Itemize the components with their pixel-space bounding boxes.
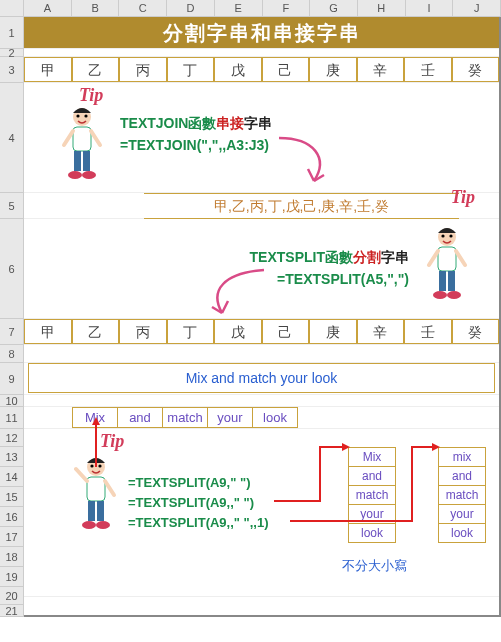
row-header[interactable]: 3 xyxy=(0,57,23,83)
row-header[interactable]: 1 xyxy=(0,17,23,49)
textjoin-formula: =TEXTJOIN(",",,A3:J3) xyxy=(120,137,269,153)
row-header[interactable]: 20 xyxy=(0,587,23,605)
page-title: 分割字串和串接字串 xyxy=(24,17,499,49)
cell[interactable]: 乙 xyxy=(72,319,120,344)
svg-point-12 xyxy=(449,234,452,237)
svg-point-16 xyxy=(433,291,447,299)
cell[interactable]: 癸 xyxy=(452,57,500,82)
col-header[interactable]: I xyxy=(406,0,454,16)
cell[interactable]: 戊 xyxy=(214,57,262,82)
svg-point-17 xyxy=(447,291,461,299)
cell[interactable]: 乙 xyxy=(72,57,120,82)
svg-point-11 xyxy=(441,234,444,237)
cell[interactable]: 甲 xyxy=(24,57,72,82)
select-all-corner[interactable] xyxy=(0,0,24,16)
svg-rect-13 xyxy=(438,247,456,271)
svg-marker-31 xyxy=(92,417,100,425)
svg-point-1 xyxy=(76,114,79,117)
curved-arrow-icon xyxy=(274,133,344,193)
col-header[interactable]: E xyxy=(215,0,263,16)
col-header[interactable]: G xyxy=(310,0,358,16)
svg-rect-15 xyxy=(448,271,455,291)
svg-line-18 xyxy=(429,251,438,265)
cell[interactable]: 己 xyxy=(262,57,310,82)
character-icon xyxy=(60,105,104,185)
tip-label: Tip xyxy=(451,187,475,208)
row-header[interactable]: 4 xyxy=(0,83,23,193)
svg-rect-5 xyxy=(83,151,90,171)
svg-line-9 xyxy=(91,131,100,145)
character-icon xyxy=(425,225,469,305)
row-headers: 1 2 3 4 5 6 7 8 9 10 11 12 13 14 15 16 1… xyxy=(0,17,24,617)
column-headers: A B C D E F G H I J xyxy=(0,0,501,17)
svg-line-8 xyxy=(64,131,73,145)
textsplit-formula: =TEXTSPLIT(A5,",") xyxy=(277,271,409,287)
spreadsheet[interactable]: A B C D E F G H I J 1 2 3 4 5 6 7 8 9 10… xyxy=(0,0,501,617)
cell[interactable]: 庚 xyxy=(309,57,357,82)
row-header[interactable]: 16 xyxy=(0,507,23,527)
svg-rect-3 xyxy=(73,127,91,151)
case-note: 不分大小寫 xyxy=(342,557,407,575)
stems-row: 甲 乙 丙 丁 戊 己 庚 辛 壬 癸 xyxy=(24,319,499,345)
row-header[interactable]: 18 xyxy=(0,547,23,567)
curved-arrow-icon xyxy=(194,265,274,319)
row-header[interactable]: 11 xyxy=(0,407,23,429)
cell[interactable]: 壬 xyxy=(404,319,452,344)
row-header[interactable]: 5 xyxy=(0,193,23,219)
arrows-overlay xyxy=(24,407,494,577)
svg-point-7 xyxy=(82,171,96,179)
cell[interactable]: 辛 xyxy=(357,57,405,82)
col-header[interactable]: D xyxy=(167,0,215,16)
textjoin-result[interactable]: 甲,乙,丙,丁,戊,己,庚,辛,壬,癸 xyxy=(144,193,459,219)
cell[interactable]: 戊 xyxy=(214,319,262,344)
cell[interactable]: 丁 xyxy=(167,319,215,344)
cell[interactable]: 癸 xyxy=(452,319,500,344)
cell[interactable]: 己 xyxy=(262,319,310,344)
row-header[interactable]: 10 xyxy=(0,395,23,407)
svg-marker-32 xyxy=(342,443,350,451)
svg-rect-4 xyxy=(74,151,81,171)
row-header[interactable]: 6 xyxy=(0,219,23,319)
col-header[interactable]: H xyxy=(358,0,406,16)
col-header[interactable]: B xyxy=(72,0,120,16)
row-header[interactable]: 12 xyxy=(0,429,23,447)
row-header[interactable]: 17 xyxy=(0,527,23,547)
cell[interactable]: 丙 xyxy=(119,319,167,344)
svg-point-2 xyxy=(84,114,87,117)
row-header[interactable]: 21 xyxy=(0,605,23,617)
sheet-area[interactable]: 分割字串和串接字串 甲 乙 丙 丁 戊 己 庚 辛 壬 癸 Tip xyxy=(24,17,501,617)
svg-rect-14 xyxy=(439,271,446,291)
cell[interactable]: 辛 xyxy=(357,319,405,344)
col-header[interactable]: C xyxy=(119,0,167,16)
svg-line-19 xyxy=(456,251,465,265)
row-header[interactable]: 8 xyxy=(0,345,23,363)
row-header[interactable]: 15 xyxy=(0,487,23,507)
svg-marker-33 xyxy=(432,443,440,451)
row-header[interactable]: 9 xyxy=(0,363,23,395)
cell[interactable]: 庚 xyxy=(309,319,357,344)
cell[interactable]: 壬 xyxy=(404,57,452,82)
col-header[interactable]: F xyxy=(263,0,311,16)
col-header[interactable]: J xyxy=(453,0,501,16)
row-header[interactable]: 19 xyxy=(0,567,23,587)
row-header[interactable]: 14 xyxy=(0,467,23,487)
cell[interactable]: 丁 xyxy=(167,57,215,82)
sentence-cell[interactable]: Mix and match your look xyxy=(28,363,495,393)
row-header[interactable]: 2 xyxy=(0,49,23,57)
svg-point-6 xyxy=(68,171,82,179)
stems-row: 甲 乙 丙 丁 戊 己 庚 辛 壬 癸 xyxy=(24,57,499,83)
col-header[interactable]: A xyxy=(24,0,72,16)
textjoin-label: TEXTJOIN函數串接字串 xyxy=(120,115,272,133)
row-header[interactable]: 7 xyxy=(0,319,23,345)
cell[interactable]: 丙 xyxy=(119,57,167,82)
tip-label: Tip xyxy=(79,85,103,106)
row-header[interactable]: 13 xyxy=(0,447,23,467)
cell[interactable]: 甲 xyxy=(24,319,72,344)
